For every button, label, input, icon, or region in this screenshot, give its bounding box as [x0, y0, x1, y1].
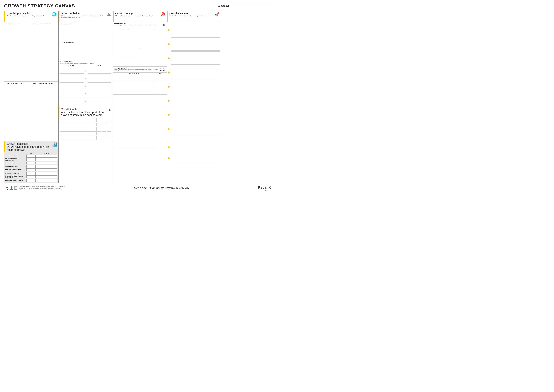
bottom-row: Growth Readiness Do we have a good start…	[4, 141, 273, 183]
gg-cell-c-5[interactable]	[107, 136, 111, 140]
gg-cell-c-4[interactable]	[107, 132, 111, 135]
gg-cell-main-3[interactable]	[60, 127, 96, 131]
engine-row-1	[113, 30, 167, 39]
target-cell-5[interactable]	[154, 141, 167, 147]
gg-cell-b-3[interactable]	[102, 127, 106, 131]
enabler-cell-5[interactable]	[113, 141, 154, 147]
gex-box-7[interactable]	[171, 108, 220, 121]
gex-arrow-8: ▶	[168, 127, 170, 130]
gg-cell-main-1[interactable]	[60, 118, 96, 122]
transform-new-4[interactable]	[88, 90, 111, 96]
readiness-score-6[interactable]	[27, 172, 35, 175]
transform-new-2[interactable]	[88, 75, 111, 81]
enablers-icon: ⚙⚙	[160, 68, 166, 71]
gg-cell-main-2[interactable]	[60, 123, 96, 126]
engine-current-4[interactable]	[113, 57, 140, 66]
gg-cell-b-2[interactable]	[102, 123, 106, 126]
gg-cell-b-4[interactable]	[102, 132, 106, 135]
engine-new-4[interactable]	[140, 57, 167, 66]
gex-box-extra-2[interactable]	[171, 153, 220, 163]
col4-bottom-filler: ▶ ▶	[167, 141, 221, 183]
target-cell-6[interactable]	[154, 148, 167, 154]
engine-new-2[interactable]	[140, 39, 167, 48]
transform-current-5[interactable]	[60, 98, 84, 104]
readiness-remark-6[interactable]	[36, 172, 57, 175]
readiness-remark-4[interactable]	[36, 165, 57, 168]
target-cell-2[interactable]	[154, 81, 167, 88]
readiness-score-7[interactable]	[27, 175, 35, 178]
readiness-remark-3[interactable]	[36, 161, 57, 164]
target-cell-4[interactable]	[154, 95, 167, 101]
strategy-header: Growth Strategy What are the main strate…	[113, 11, 167, 22]
enabler-cell-2[interactable]	[113, 81, 154, 88]
gex-box-1[interactable]	[171, 23, 220, 36]
gex-row-extra-1: ▶	[168, 142, 220, 152]
gex-box-3[interactable]	[171, 51, 220, 65]
readiness-remark-1[interactable]	[36, 155, 57, 158]
transform-row-5: ▶	[60, 98, 111, 105]
gex-arrow-7: ▶	[168, 113, 170, 116]
gex-box-2[interactable]	[171, 37, 220, 50]
gex-box-extra-1[interactable]	[171, 142, 220, 152]
strategy-content: GROWTH ENGINES What are the (new) busine…	[113, 22, 167, 141]
gex-box-8[interactable]	[171, 122, 220, 135]
execution-content: ▶ ▶ ▶ ▶ ▶	[167, 22, 221, 141]
gg-cell-main-4[interactable]	[60, 132, 96, 135]
transform-current-4[interactable]	[60, 90, 84, 96]
enablers-col-labels: GROWTH ENABLER TARGET	[113, 73, 167, 75]
transform-new-1[interactable]	[88, 67, 111, 74]
strategy-icon: 🎯	[160, 12, 165, 17]
engine-current-2[interactable]	[113, 39, 140, 48]
engine-current-3[interactable]	[113, 48, 140, 57]
readiness-remark-7[interactable]	[36, 175, 57, 178]
gg-cell-main-5[interactable]	[60, 136, 96, 140]
readiness-score-4[interactable]	[27, 165, 35, 168]
enabler-cell-3[interactable]	[113, 88, 154, 94]
readiness-remark-8[interactable]	[36, 179, 57, 182]
engine-current-1[interactable]	[113, 30, 140, 39]
transform-current-3[interactable]	[60, 82, 84, 89]
readiness-score-3[interactable]	[27, 161, 35, 164]
gg-cell-c-2[interactable]	[107, 123, 111, 126]
readiness-remark-2[interactable]	[36, 158, 57, 161]
engine-new-1[interactable]	[140, 30, 167, 39]
gex-box-4[interactable]	[171, 66, 220, 79]
company-input[interactable]	[230, 4, 273, 8]
footer-license-icons: Ⓒ 👤 🔄	[6, 186, 18, 190]
footer-website[interactable]: www.revelx.co	[168, 186, 189, 190]
target-cell-3[interactable]	[154, 88, 167, 94]
gg-cell-b-1[interactable]	[102, 118, 106, 122]
transform-new-5[interactable]	[88, 98, 111, 104]
enabler-cell-4[interactable]	[113, 95, 154, 101]
gex-box-6[interactable]	[171, 94, 220, 107]
3-5year-section: 3 · 5 YEAR AMBITION	[59, 41, 113, 60]
gg-row-1	[60, 118, 111, 122]
target-cell-1[interactable]	[154, 75, 167, 81]
engines-col-labels: CURRENT NEW	[113, 28, 167, 30]
readiness-panel: Growth Readiness Do we have a good start…	[4, 141, 59, 183]
readiness-score-2[interactable]	[27, 158, 35, 161]
gg-cell-a-3[interactable]	[97, 127, 101, 131]
engine-new-3[interactable]	[140, 48, 167, 57]
gex-box-5[interactable]	[171, 80, 220, 93]
enabler-cell-1[interactable]	[113, 75, 154, 81]
readiness-score-1[interactable]	[27, 155, 35, 158]
transform-new-3[interactable]	[88, 82, 111, 89]
readiness-remark-5[interactable]	[36, 168, 57, 171]
gg-cell-b-5[interactable]	[102, 136, 106, 140]
transform-current-2[interactable]	[60, 75, 84, 81]
readiness-label-5: FINANCIAL PERFORMANCE	[5, 169, 26, 171]
readiness-label-6: INVESTMENT CAPACITY	[5, 173, 26, 174]
gg-cell-a-1[interactable]	[97, 118, 101, 122]
gex-row-8: ▶	[168, 122, 220, 135]
gg-cell-a-4[interactable]	[97, 132, 101, 135]
gg-cell-c-3[interactable]	[107, 127, 111, 131]
readiness-score-5[interactable]	[27, 168, 35, 171]
enablers-subtitle: What are the strategic improvement areas…	[114, 69, 160, 71]
gg-cell-c-1[interactable]	[107, 118, 111, 122]
transform-current-1[interactable]	[60, 67, 84, 74]
readiness-score-8[interactable]	[27, 179, 35, 182]
gg-cell-a-2[interactable]	[97, 123, 101, 126]
enabler-cell-6[interactable]	[113, 148, 154, 154]
gg-cell-a-5[interactable]	[97, 136, 101, 140]
